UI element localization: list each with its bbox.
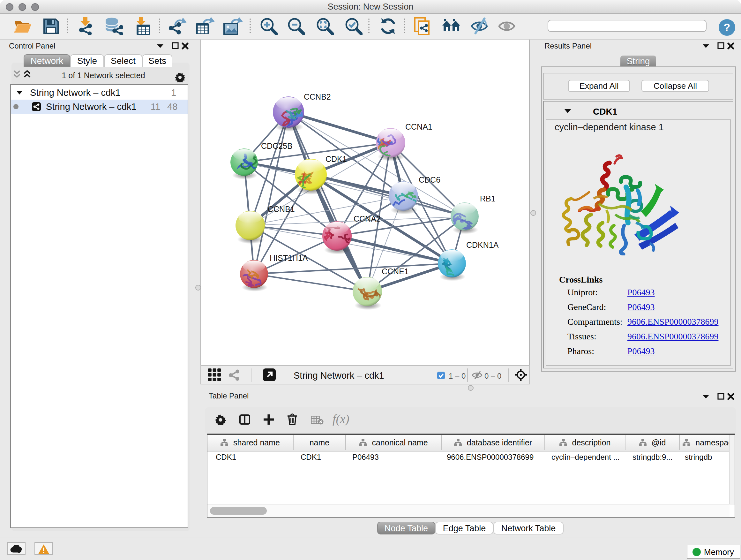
- svg-text:CCNE1: CCNE1: [382, 267, 409, 276]
- svg-text:CCNB2: CCNB2: [304, 92, 331, 101]
- svg-text:CDK1: CDK1: [326, 154, 347, 164]
- svg-text:CDC25B: CDC25B: [261, 141, 293, 150]
- svg-text:CCNA1: CCNA1: [405, 122, 432, 131]
- svg-text:RB1: RB1: [480, 194, 495, 203]
- svg-text:CCNA2: CCNA2: [354, 214, 381, 223]
- svg-text:CDC6: CDC6: [419, 175, 441, 184]
- svg-text:CCNB1: CCNB1: [268, 205, 295, 213]
- svg-text:HIST1H1A: HIST1H1A: [270, 253, 308, 262]
- svg-text:CDKN1A: CDKN1A: [466, 240, 499, 249]
